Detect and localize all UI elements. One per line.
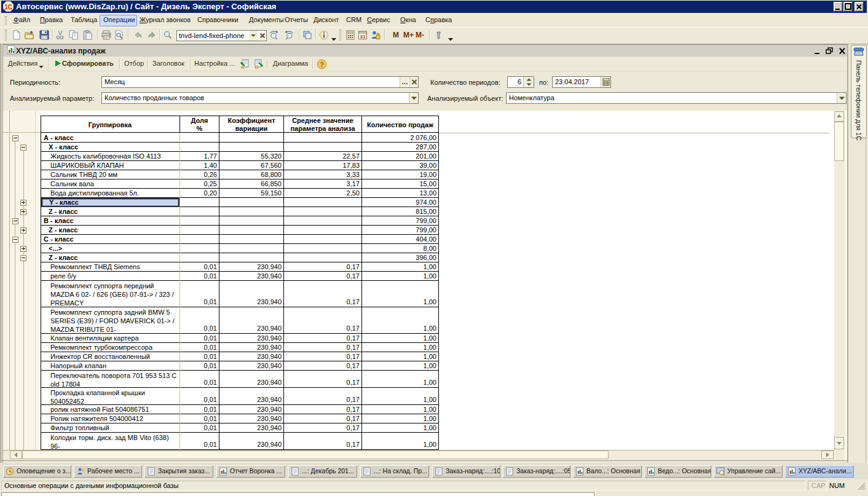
- svg-text:?: ?: [320, 61, 324, 68]
- svg-text:31: 31: [360, 34, 366, 39]
- svg-text:1С: 1С: [4, 4, 12, 10]
